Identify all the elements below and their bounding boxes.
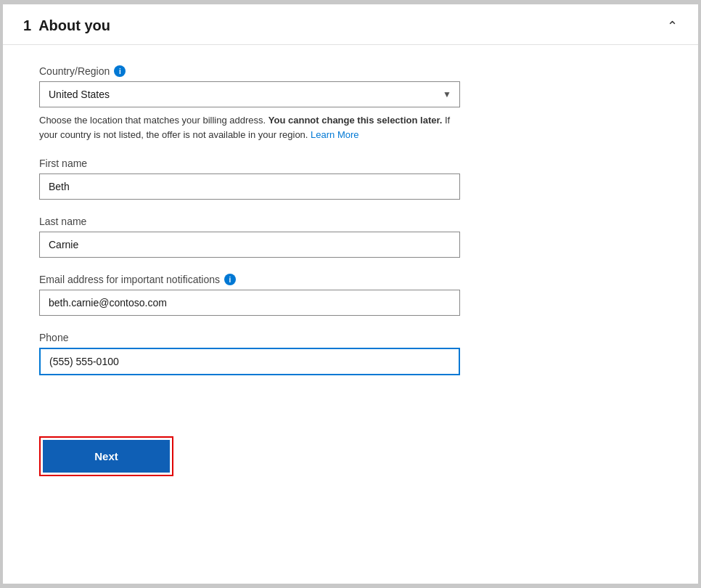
next-button[interactable]: Next bbox=[43, 440, 170, 473]
last-name-field-group: Last name bbox=[39, 216, 662, 258]
section-title: About you bbox=[38, 17, 110, 34]
section-body: Country/Region i United States Canada Un… bbox=[3, 45, 698, 417]
page-container: 1 About you ⌃ Country/Region i United St… bbox=[0, 0, 701, 588]
collapse-icon[interactable]: ⌃ bbox=[667, 18, 678, 34]
country-field-group: Country/Region i United States Canada Un… bbox=[39, 65, 662, 142]
email-field-group: Email address for important notification… bbox=[39, 274, 662, 316]
section-number: 1 bbox=[23, 17, 31, 34]
card: 1 About you ⌃ Country/Region i United St… bbox=[2, 4, 699, 584]
hint-normal-text: Choose the location that matches your bi… bbox=[39, 115, 268, 126]
first-name-label: First name bbox=[39, 158, 662, 169]
phone-label: Phone bbox=[39, 332, 662, 343]
next-button-outline: Next bbox=[39, 436, 173, 476]
country-hint: Choose the location that matches your bi… bbox=[39, 113, 460, 142]
learn-more-link[interactable]: Learn More bbox=[311, 129, 358, 140]
email-label: Email address for important notification… bbox=[39, 274, 662, 285]
email-label-text: Email address for important notification… bbox=[39, 274, 220, 285]
phone-field-group: Phone bbox=[39, 332, 662, 375]
country-label: Country/Region i bbox=[39, 65, 662, 77]
first-name-input[interactable] bbox=[39, 173, 460, 200]
section-title-group: 1 About you bbox=[23, 17, 110, 34]
email-info-icon[interactable]: i bbox=[224, 274, 236, 285]
last-name-input[interactable] bbox=[39, 232, 460, 258]
country-select-wrapper: United States Canada United Kingdom Aust… bbox=[39, 81, 460, 107]
email-input[interactable] bbox=[39, 290, 460, 316]
phone-label-text: Phone bbox=[39, 332, 68, 343]
next-button-wrapper: Next bbox=[3, 425, 698, 498]
last-name-label-text: Last name bbox=[39, 216, 86, 227]
last-name-label: Last name bbox=[39, 216, 662, 227]
country-label-text: Country/Region bbox=[39, 65, 110, 77]
hint-bold-text: You cannot change this selection later. bbox=[268, 115, 443, 126]
country-select[interactable]: United States Canada United Kingdom Aust… bbox=[39, 81, 460, 107]
first-name-label-text: First name bbox=[39, 158, 87, 169]
first-name-field-group: First name bbox=[39, 158, 662, 200]
country-info-icon[interactable]: i bbox=[114, 65, 126, 77]
section-header: 1 About you ⌃ bbox=[3, 4, 698, 45]
phone-input[interactable] bbox=[39, 348, 460, 375]
